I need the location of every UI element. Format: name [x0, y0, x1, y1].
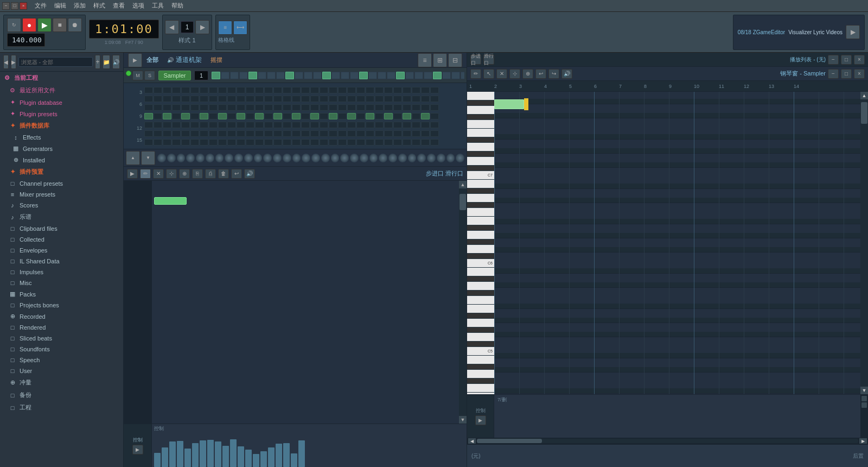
grid-step-6-14[interactable] [273, 139, 282, 146]
menu-view[interactable]: 查看 [110, 1, 128, 11]
knob-31[interactable] [456, 154, 464, 162]
knob-23[interactable] [379, 154, 387, 162]
stop-btn[interactable]: ■ [53, 18, 67, 32]
grid-step-3-31[interactable] [430, 113, 439, 119]
grid-step-6-5[interactable] [190, 139, 199, 146]
rp-maximize[interactable]: □ [841, 55, 852, 65]
grid-step-2-12[interactable] [255, 104, 264, 111]
step-btn-18[interactable] [378, 72, 386, 79]
grid-step-4-17[interactable] [301, 122, 310, 128]
menu-add[interactable]: 添加 [71, 1, 89, 11]
pattern-next[interactable]: ▶ [195, 20, 209, 34]
knob-21[interactable] [360, 154, 368, 162]
vel-bar-15[interactable] [268, 447, 275, 467]
knob-18[interactable] [331, 154, 340, 162]
sidebar-item-plugin-presets-en[interactable]: ✦ Plugin presets [0, 108, 123, 119]
grid-step-3-2[interactable] [163, 113, 171, 119]
sidebar-item-project-cn[interactable]: □ 工程 [0, 401, 123, 414]
grid-step-0-26[interactable] [384, 87, 393, 93]
sidebar-forward[interactable]: ▶ [11, 55, 16, 69]
grid-step-2-7[interactable] [209, 104, 218, 111]
grid-step-5-10[interactable] [237, 130, 245, 137]
grid-step-3-3[interactable] [172, 113, 181, 119]
grid-step-4-8[interactable] [218, 122, 227, 128]
piano-key-33[interactable] [467, 333, 494, 342]
knob-9[interactable] [244, 154, 253, 162]
grid-step-0-27[interactable] [393, 87, 402, 93]
grid-step-0-16[interactable] [292, 87, 301, 93]
knob-19[interactable] [340, 154, 349, 162]
grid-step-6-27[interactable] [393, 139, 402, 146]
grid-step-5-20[interactable] [329, 130, 337, 137]
piano-key-31[interactable] [467, 319, 494, 327]
grid-btn1[interactable]: ≡ [218, 21, 232, 35]
grid-step-3-30[interactable] [421, 113, 430, 119]
sidebar-item-effects[interactable]: ↕ Effects [0, 132, 123, 143]
knob-25[interactable] [398, 154, 407, 162]
grid-step-1-7[interactable] [209, 96, 218, 102]
knob-0[interactable] [157, 154, 166, 162]
piano-key-41[interactable] [467, 393, 494, 394]
grid-step-3-22[interactable] [347, 113, 356, 119]
grid-step-0-9[interactable] [227, 87, 236, 93]
grid-step-3-0[interactable] [144, 113, 153, 119]
ch-led-green[interactable] [126, 71, 131, 76]
win-restore[interactable]: □ [11, 2, 18, 10]
sidebar-item-impulse-cn[interactable]: ⊕ 冲量 [0, 376, 123, 389]
play-btn[interactable]: ▶ [37, 18, 52, 32]
step-btn-16[interactable] [359, 72, 368, 79]
step-btn-22[interactable] [414, 72, 423, 79]
rpt-min[interactable]: − [828, 69, 839, 79]
piano-key-12[interactable] [467, 180, 494, 188]
grid-step-5-8[interactable] [218, 130, 227, 137]
step-btn-14[interactable] [341, 72, 349, 79]
grid-step-2-5[interactable] [190, 104, 199, 111]
grid-step-2-1[interactable] [154, 104, 162, 111]
rp-close[interactable]: × [854, 55, 865, 65]
rpt-undo[interactable]: ↩ [535, 69, 546, 79]
vel-bar-13[interactable] [253, 454, 259, 467]
grid-step-3-15[interactable] [283, 113, 291, 119]
grid-step-3-8[interactable] [218, 113, 227, 119]
pr-select[interactable]: ⊹ [166, 169, 177, 179]
grid-step-6-16[interactable] [292, 139, 301, 146]
grid-step-2-21[interactable] [338, 104, 347, 111]
sidebar-item-scores-cn[interactable]: ♪ 乐谱 [0, 211, 123, 223]
grid-step-2-17[interactable] [301, 104, 310, 111]
grid-step-3-12[interactable] [255, 113, 264, 119]
sidebar-item-plugin-db-en[interactable]: ✦ Plugin database [0, 97, 123, 108]
knob-16[interactable] [311, 154, 320, 162]
grid-step-4-30[interactable] [421, 122, 430, 128]
knob-4[interactable] [196, 154, 205, 162]
grid-step-4-19[interactable] [320, 122, 328, 128]
sidebar-item-misc[interactable]: □ Misc [0, 277, 123, 288]
knob-1[interactable] [167, 154, 176, 162]
vel-bar-9[interactable] [222, 446, 229, 467]
zgame-expand[interactable]: ▶ [846, 25, 860, 39]
piano-key-32[interactable] [467, 327, 494, 333]
grid-step-5-29[interactable] [412, 130, 420, 137]
cr-arrow[interactable]: ▶ [128, 53, 142, 67]
grid-step-4-25[interactable] [375, 122, 384, 128]
grid-step-3-29[interactable] [412, 113, 420, 119]
grid-step-2-3[interactable] [172, 104, 181, 111]
grid-step-0-4[interactable] [181, 87, 190, 93]
grid-step-2-4[interactable] [181, 104, 190, 111]
grid-step-6-29[interactable] [412, 139, 420, 146]
pattern-prev[interactable]: ◀ [165, 20, 179, 34]
grid-step-3-5[interactable] [190, 113, 199, 119]
piano-key-14[interactable] [467, 194, 494, 203]
rp-rb-btn2[interactable] [861, 402, 867, 408]
sidebar-item-clipboard[interactable]: □ Clipboard files [0, 223, 123, 234]
grid-step-1-22[interactable] [347, 96, 356, 102]
sidebar-item-current-project[interactable]: ⚙ 当前工程 [0, 72, 123, 84]
grid-step-6-17[interactable] [301, 139, 310, 146]
grid-step-6-6[interactable] [200, 139, 208, 146]
step-btn-6[interactable] [267, 72, 276, 79]
grid-step-1-20[interactable] [329, 96, 337, 102]
knob-5[interactable] [206, 154, 214, 162]
grid-step-6-9[interactable] [227, 139, 236, 146]
grid-step-0-13[interactable] [264, 87, 273, 93]
piano-key-1[interactable] [467, 100, 494, 106]
vel-bar-18[interactable] [291, 453, 297, 467]
